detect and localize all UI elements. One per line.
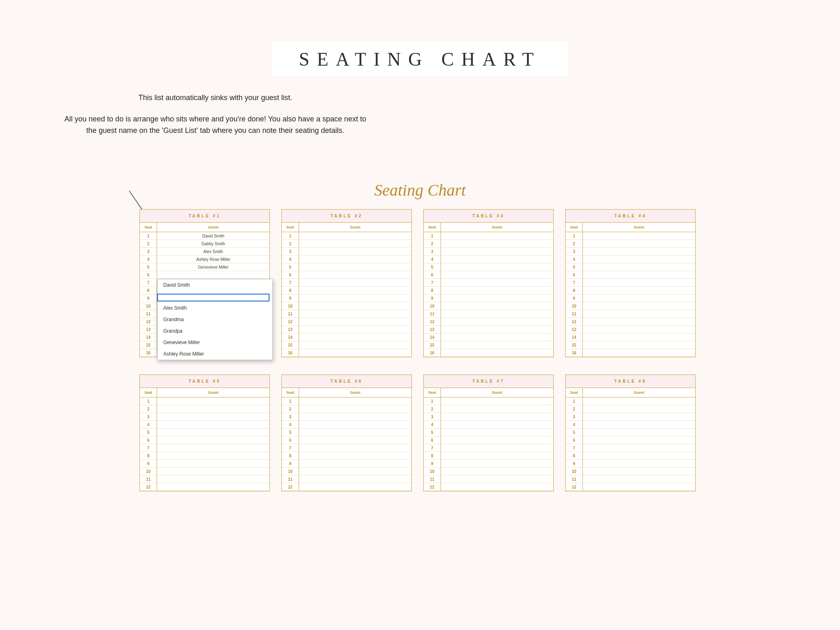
- dropdown-option[interactable]: Grandpa: [158, 325, 272, 337]
- guest-cell[interactable]: [299, 232, 411, 240]
- guest-cell[interactable]: [441, 429, 553, 436]
- guest-cell[interactable]: [299, 341, 411, 349]
- dropdown-option[interactable]: David Smith: [158, 279, 272, 291]
- guest-cell[interactable]: [299, 326, 411, 333]
- guest-cell[interactable]: [441, 310, 553, 317]
- dropdown-option[interactable]: Grandma: [158, 314, 272, 325]
- guest-cell[interactable]: [157, 397, 269, 405]
- guest-cell[interactable]: [583, 397, 695, 405]
- guest-cell[interactable]: [299, 475, 411, 483]
- guest-cell[interactable]: [441, 397, 553, 405]
- guest-cell[interactable]: [583, 333, 695, 341]
- guest-cell[interactable]: [299, 397, 411, 405]
- guest-cell[interactable]: [299, 421, 411, 428]
- guest-cell[interactable]: [583, 468, 695, 475]
- guest-cell[interactable]: [299, 302, 411, 310]
- guest-cell[interactable]: Genevieve Miller: [157, 263, 269, 271]
- dropdown-resize-handle-icon[interactable]: ⋰: [267, 355, 271, 359]
- guest-cell[interactable]: [441, 240, 553, 247]
- dropdown-option[interactable]: Ashley Rose Miller: [158, 348, 272, 360]
- guest-cell[interactable]: [583, 302, 695, 310]
- guest-cell[interactable]: [441, 256, 553, 263]
- guest-cell[interactable]: [441, 302, 553, 310]
- guest-cell[interactable]: [299, 333, 411, 341]
- guest-cell[interactable]: [583, 232, 695, 240]
- guest-cell[interactable]: [299, 429, 411, 436]
- guest-cell[interactable]: [583, 444, 695, 452]
- guest-cell[interactable]: [583, 294, 695, 302]
- guest-cell[interactable]: [583, 326, 695, 333]
- guest-cell[interactable]: [583, 341, 695, 349]
- guest-cell[interactable]: [583, 436, 695, 444]
- guest-cell[interactable]: [299, 349, 411, 356]
- dropdown-option[interactable]: Genevieve Miller: [158, 337, 272, 348]
- guest-cell[interactable]: [583, 287, 695, 294]
- guest-cell[interactable]: [441, 279, 553, 286]
- guest-cell[interactable]: [157, 405, 269, 413]
- guest-cell[interactable]: [299, 263, 411, 271]
- guest-cell[interactable]: [441, 232, 553, 240]
- guest-cell[interactable]: [299, 310, 411, 317]
- guest-cell[interactable]: [583, 429, 695, 436]
- guest-cell[interactable]: [583, 460, 695, 467]
- guest-cell[interactable]: [441, 483, 553, 491]
- guest-cell[interactable]: [583, 349, 695, 356]
- guest-cell[interactable]: [441, 349, 553, 356]
- guest-cell[interactable]: [583, 240, 695, 247]
- guest-cell[interactable]: [583, 271, 695, 278]
- guest-cell[interactable]: [157, 483, 269, 491]
- guest-cell[interactable]: [299, 452, 411, 459]
- guest-cell[interactable]: [583, 413, 695, 420]
- guest-cell[interactable]: [157, 444, 269, 452]
- guest-cell[interactable]: [583, 318, 695, 325]
- guest-cell[interactable]: [441, 341, 553, 349]
- guest-cell[interactable]: [157, 421, 269, 428]
- guest-cell[interactable]: [299, 318, 411, 325]
- guest-cell[interactable]: [157, 468, 269, 475]
- guest-cell[interactable]: [157, 460, 269, 467]
- guest-cell[interactable]: [299, 483, 411, 491]
- guest-cell[interactable]: [441, 326, 553, 333]
- guest-cell[interactable]: [441, 475, 553, 483]
- guest-cell[interactable]: [299, 287, 411, 294]
- guest-cell[interactable]: [157, 271, 269, 278]
- guest-cell[interactable]: [441, 318, 553, 325]
- guest-cell[interactable]: [441, 460, 553, 467]
- guest-cell[interactable]: [299, 468, 411, 475]
- guest-cell[interactable]: [583, 263, 695, 271]
- guest-cell[interactable]: [583, 421, 695, 428]
- guest-cell[interactable]: [299, 436, 411, 444]
- guest-cell[interactable]: [441, 271, 553, 278]
- guest-cell[interactable]: [583, 310, 695, 317]
- guest-cell[interactable]: [441, 468, 553, 475]
- guest-cell[interactable]: [583, 279, 695, 286]
- guest-cell[interactable]: [299, 256, 411, 263]
- guest-cell[interactable]: [583, 475, 695, 483]
- guest-cell[interactable]: [583, 248, 695, 255]
- guest-cell[interactable]: [441, 421, 553, 428]
- guest-cell[interactable]: [299, 413, 411, 420]
- guest-cell[interactable]: [441, 333, 553, 341]
- guest-cell[interactable]: David Smith: [157, 232, 269, 240]
- guest-cell[interactable]: [157, 429, 269, 436]
- guest-dropdown[interactable]: David SmithGabby SmithAlex SmithGrandmaG…: [157, 279, 273, 360]
- guest-cell[interactable]: [299, 460, 411, 467]
- guest-cell[interactable]: [583, 452, 695, 459]
- guest-cell[interactable]: [441, 436, 553, 444]
- guest-cell[interactable]: [299, 444, 411, 452]
- guest-cell[interactable]: Gabby Smith: [157, 240, 269, 247]
- guest-cell[interactable]: [299, 279, 411, 286]
- guest-cell[interactable]: Alex Smith: [157, 248, 269, 255]
- guest-cell[interactable]: [299, 271, 411, 278]
- guest-cell[interactable]: [583, 256, 695, 263]
- guest-cell[interactable]: [441, 413, 553, 420]
- guest-cell[interactable]: [157, 413, 269, 420]
- guest-cell[interactable]: [583, 483, 695, 491]
- guest-cell[interactable]: [441, 405, 553, 413]
- guest-cell[interactable]: [441, 444, 553, 452]
- guest-cell[interactable]: [157, 475, 269, 483]
- guest-cell[interactable]: [441, 294, 553, 302]
- guest-cell[interactable]: [583, 405, 695, 413]
- guest-cell[interactable]: [157, 436, 269, 444]
- guest-cell[interactable]: [299, 248, 411, 255]
